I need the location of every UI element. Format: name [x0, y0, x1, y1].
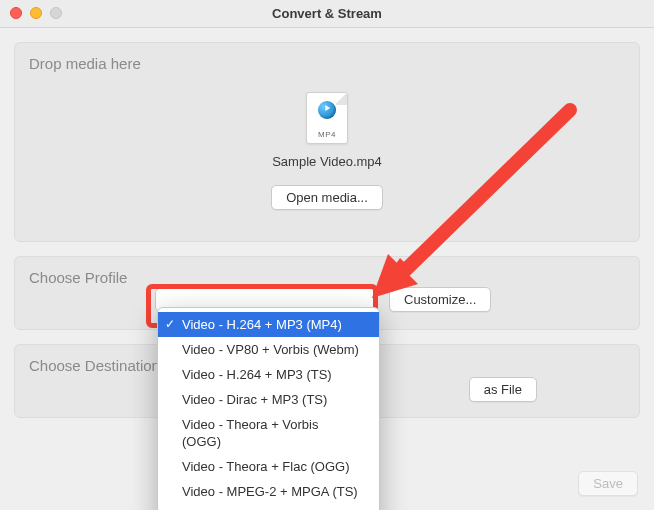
window-controls: [10, 7, 62, 19]
drop-media-panel[interactable]: Drop media here MP4 Sample Video.mp4 Ope…: [14, 42, 640, 242]
play-glyph-icon: [325, 105, 330, 111]
profile-option[interactable]: Video - VP80 + Vorbis (Webm): [158, 337, 379, 362]
profile-option[interactable]: Video - MPEG-2 + MPGA (TS): [158, 479, 379, 504]
save-as-file-button[interactable]: as File: [469, 377, 537, 402]
profile-option[interactable]: Video - H.264 + MP3 (MP4): [158, 312, 379, 337]
save-button[interactable]: Save: [578, 471, 638, 496]
profile-option[interactable]: Video - WMV + WMA (ASF): [158, 504, 379, 510]
profile-option[interactable]: Video - H.264 + MP3 (TS): [158, 362, 379, 387]
close-window-button[interactable]: [10, 7, 22, 19]
minimize-window-button[interactable]: [30, 7, 42, 19]
drop-media-title: Drop media here: [29, 55, 141, 72]
dropped-file[interactable]: MP4 Sample Video.mp4: [272, 92, 382, 169]
file-ext-label: MP4: [307, 130, 347, 139]
file-icon: MP4: [306, 92, 348, 144]
profile-option[interactable]: Video - Theora + Vorbis (OGG): [158, 412, 379, 454]
titlebar: Convert & Stream: [0, 0, 654, 28]
file-name-label: Sample Video.mp4: [272, 154, 382, 169]
window-title: Convert & Stream: [272, 6, 382, 21]
open-media-button[interactable]: Open media...: [271, 185, 383, 210]
profile-option[interactable]: Video - Theora + Flac (OGG): [158, 454, 379, 479]
zoom-window-button: [50, 7, 62, 19]
choose-profile-title: Choose Profile: [29, 269, 625, 286]
profile-option[interactable]: Video - Dirac + MP3 (TS): [158, 387, 379, 412]
profile-dropdown-popup[interactable]: Video - H.264 + MP3 (MP4)Video - VP80 + …: [157, 307, 380, 510]
customize-button[interactable]: Customize...: [389, 287, 491, 312]
